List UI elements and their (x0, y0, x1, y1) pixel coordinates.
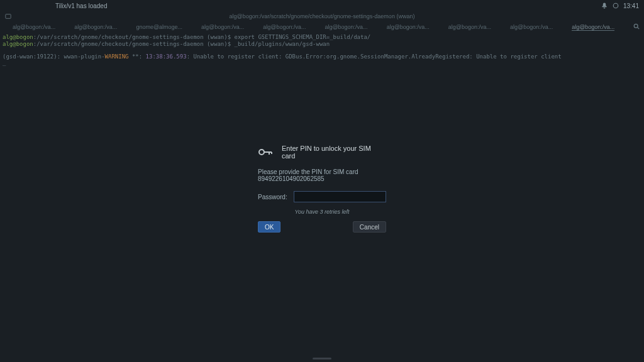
tab-5[interactable]: alg@bogon:/va... (325, 24, 367, 30)
retries-hint: You have 3 retries left (258, 209, 386, 215)
search-icon[interactable] (633, 23, 640, 31)
tab-9[interactable]: alg@bogon:/va... (572, 24, 614, 31)
password-input[interactable] (294, 191, 386, 202)
key-icon (258, 146, 273, 158)
terminal-line: alg@bogon:/var/scratch/gnome/checkout/gn… (3, 34, 641, 41)
top-bar: Tilix/v1 has loaded 13:41 (0, 0, 644, 11)
terminal-cursor: _ (3, 60, 641, 67)
password-label: Password: (258, 194, 287, 200)
terminal[interactable]: alg@bogon:/var/scratch/gnome/checkout/gn… (0, 33, 644, 68)
svg-point-0 (613, 3, 618, 8)
svg-point-4 (259, 150, 264, 155)
pin-dialog: Enter PIN to unlock your SIM card Please… (258, 145, 386, 233)
tab-3[interactable]: alg@bogon:/va... (201, 24, 244, 30)
clock: 13:41 (623, 3, 639, 9)
terminal-line: alg@bogon:/var/scratch/gnome/checkout/gn… (3, 41, 641, 48)
dialog-subtitle: Please provide the PIN for SIM card 8949… (258, 168, 386, 182)
bottom-handle[interactable] (313, 358, 331, 359)
status-icon[interactable] (612, 2, 619, 9)
svg-point-2 (635, 24, 638, 28)
tab-4[interactable]: alg@bogon:/va... (263, 24, 306, 30)
window-path: alg@bogon:/var/scratch/gnome/checkout/gn… (230, 13, 415, 19)
tab-0[interactable]: alg@bogon:/va... (13, 24, 55, 30)
svg-line-3 (638, 28, 640, 30)
password-field-row: Password: (258, 191, 386, 202)
tab-1[interactable]: alg@bogon:/va... (74, 24, 117, 30)
svg-rect-1 (6, 14, 11, 19)
terminal-line: (gsd-wwan:19122): wwan-plugin-WARNING **… (3, 53, 641, 60)
dialog-title: Enter PIN to unlock your SIM card (282, 145, 386, 160)
bell-icon[interactable] (601, 2, 608, 9)
activities-label: Tilix/v1 has loaded (55, 3, 107, 9)
tab-8[interactable]: alg@bogon:/va... (510, 24, 553, 30)
dialog-header: Enter PIN to unlock your SIM card (258, 145, 386, 160)
window-title-bar: alg@bogon:/var/scratch/gnome/checkout/gn… (0, 11, 644, 21)
cancel-button[interactable]: Cancel (353, 221, 386, 233)
top-bar-right: 13:41 (601, 2, 639, 9)
tab-7[interactable]: alg@bogon:/va... (448, 24, 491, 30)
ok-button[interactable]: OK (258, 221, 280, 233)
dialog-buttons: OK Cancel (258, 221, 386, 233)
tabs-row: alg@bogon:/va... alg@bogon:/va... gnome@… (0, 21, 644, 33)
tab-2[interactable]: gnome@almoge... (136, 24, 182, 30)
tab-6[interactable]: alg@bogon:/va... (387, 24, 430, 30)
terminal-icon (5, 13, 11, 19)
